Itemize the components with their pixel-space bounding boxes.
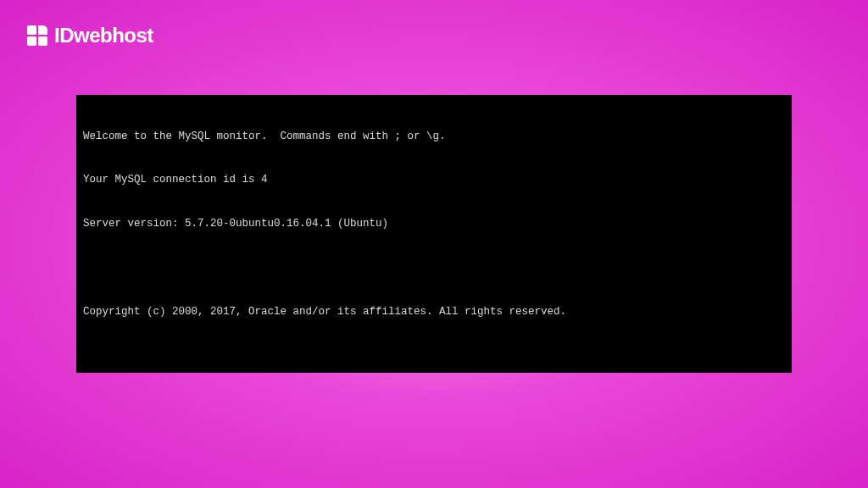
brand-name: IDwebhost (54, 24, 153, 47)
mysql-terminal[interactable]: Welcome to the MySQL monitor. Commands e… (76, 95, 792, 373)
terminal-line-server: Server version: 5.7.20-0ubuntu0.16.04.1 … (83, 217, 785, 231)
terminal-line-welcome: Welcome to the MySQL monitor. Commands e… (83, 130, 785, 144)
logo-icon (27, 25, 47, 46)
terminal-blank (83, 261, 785, 275)
terminal-blank (83, 348, 785, 363)
terminal-line-copyright: Copyright (c) 2000, 2017, Oracle and/or … (83, 305, 785, 319)
brand-logo: IDwebhost (27, 24, 153, 47)
terminal-line-connection: Your MySQL connection id is 4 (83, 173, 785, 187)
